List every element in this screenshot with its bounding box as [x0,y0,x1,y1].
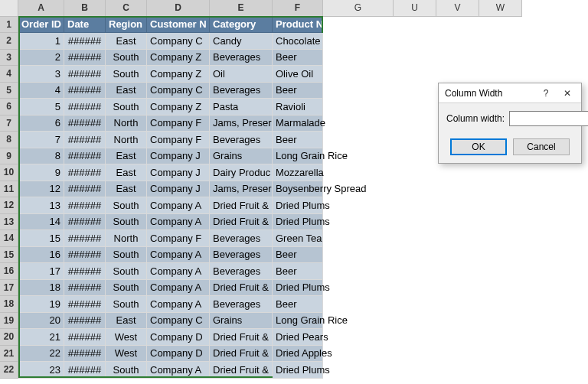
cell-data[interactable]: ###### [64,164,106,181]
column-header-W[interactable]: W [479,0,522,17]
cell-data[interactable]: Company J [147,148,210,165]
cell-data[interactable]: ###### [64,214,106,231]
cell-data[interactable]: ###### [64,148,106,165]
header-cell[interactable]: Date [64,17,106,34]
cell-data[interactable]: Company A [147,280,210,297]
cell-empty[interactable] [394,132,436,148]
cell-empty[interactable] [323,214,394,231]
cell-data[interactable]: South [106,197,147,214]
cell-empty[interactable] [436,181,479,198]
cell-empty[interactable] [436,164,479,181]
cell-empty[interactable] [436,362,479,379]
cell-data[interactable]: 17 [18,263,64,280]
cell-data[interactable]: North [106,132,147,148]
cell-data[interactable]: Dried Fruit & [210,214,273,231]
cell-empty[interactable] [323,362,394,379]
cell-data[interactable]: ###### [64,296,106,313]
cell-data[interactable]: 9 [18,164,64,181]
cell-empty[interactable] [323,329,394,346]
cell-empty[interactable] [394,197,436,214]
cell-empty[interactable] [479,17,522,34]
cell-empty[interactable] [323,33,394,50]
cell-empty[interactable] [479,197,522,214]
row-header-9[interactable]: 9 [0,148,18,165]
cell-empty[interactable] [394,329,436,346]
cell-data[interactable]: Green Tea [273,230,323,247]
cell-data[interactable]: South [106,296,147,313]
header-cell[interactable]: Region [106,17,147,34]
row-header-16[interactable]: 16 [0,263,18,280]
cell-data[interactable]: Beverages [210,83,273,99]
cell-data[interactable]: Company D [147,329,210,346]
cancel-button[interactable]: Cancel [513,138,570,155]
cell-data[interactable]: North [106,230,147,247]
cell-data[interactable]: East [106,313,147,330]
cell-data[interactable]: 14 [18,214,64,231]
row-header-12[interactable]: 12 [0,197,18,214]
cell-empty[interactable] [479,33,522,50]
cell-empty[interactable] [479,346,522,363]
cell-data[interactable]: East [106,148,147,165]
cell-data[interactable]: Beer [273,83,323,99]
column-header-F[interactable]: F [273,0,323,17]
cell-data[interactable]: ###### [64,247,106,264]
cell-empty[interactable] [394,33,436,50]
cell-empty[interactable] [479,313,522,330]
cell-data[interactable]: Oil [210,66,273,83]
cell-empty[interactable] [323,247,394,264]
cell-data[interactable]: Marmalade [273,116,323,132]
cell-data[interactable]: Beer [273,50,323,67]
cell-empty[interactable] [323,50,394,67]
ok-button[interactable]: OK [450,138,507,155]
row-header-2[interactable]: 2 [0,33,18,50]
cell-empty[interactable] [323,164,394,181]
cell-data[interactable]: 8 [18,148,64,165]
cell-data[interactable]: Dried Fruit & [210,346,273,363]
cell-empty[interactable] [436,33,479,50]
cell-empty[interactable] [479,329,522,346]
cell-empty[interactable] [394,66,436,83]
cell-empty[interactable] [436,296,479,313]
cell-empty[interactable] [436,263,479,280]
cell-data[interactable]: South [106,214,147,231]
cell-data[interactable]: 3 [18,66,64,83]
cell-data[interactable]: ###### [64,313,106,330]
cell-empty[interactable] [436,346,479,363]
cell-data[interactable]: Company F [147,116,210,132]
row-header-17[interactable]: 17 [0,280,18,297]
cell-data[interactable]: Boysenberry Spread [273,181,323,198]
cell-data[interactable]: 19 [18,296,64,313]
row-header-15[interactable]: 15 [0,247,18,264]
row-header-13[interactable]: 13 [0,214,18,231]
cell-empty[interactable] [323,17,394,34]
cell-data[interactable]: Company A [147,197,210,214]
cell-data[interactable]: ###### [64,280,106,297]
cell-empty[interactable] [479,214,522,231]
cell-data[interactable]: Company A [147,247,210,264]
cell-data[interactable]: Company J [147,181,210,198]
cell-data[interactable]: 22 [18,346,64,363]
column-header-C[interactable]: C [106,0,147,17]
cell-data[interactable]: ###### [64,33,106,50]
row-header-19[interactable]: 19 [0,313,18,330]
cell-data[interactable]: 20 [18,313,64,330]
cell-data[interactable]: ###### [64,346,106,363]
header-cell[interactable]: Product Na [273,17,323,34]
cell-empty[interactable] [436,17,479,34]
cell-empty[interactable] [323,132,394,148]
spreadsheet-grid[interactable]: ABCDEFGUVW1Order IDDateRegionCustomer NC… [0,0,522,379]
cell-data[interactable]: 18 [18,280,64,297]
row-header-3[interactable]: 3 [0,50,18,67]
cell-data[interactable]: Long Grain Rice [273,148,323,165]
cell-empty[interactable] [323,296,394,313]
cell-data[interactable]: ###### [64,83,106,99]
column-header-B[interactable]: B [64,0,106,17]
cell-data[interactable]: South [106,247,147,264]
cell-data[interactable]: Company C [147,83,210,99]
cell-empty[interactable] [436,197,479,214]
cell-data[interactable]: Beverages [210,263,273,280]
cell-data[interactable]: 1 [18,33,64,50]
cell-data[interactable]: Company A [147,263,210,280]
cell-data[interactable]: ###### [64,132,106,148]
cell-data[interactable]: 16 [18,247,64,264]
